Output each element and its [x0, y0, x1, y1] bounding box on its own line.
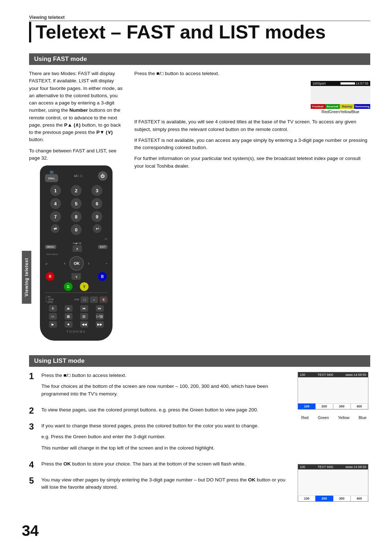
source-1-icon: ①I/II — [74, 298, 79, 301]
tv-s1-numbers: 100 200 300 400 — [298, 403, 368, 409]
btn-2[interactable]: 2 — [71, 185, 82, 196]
tv-screen-3: 100 TEXT M00 14:58:59 100 250 300 — [298, 464, 368, 502]
next-btn[interactable]: ⏭ — [96, 305, 104, 312]
btn-4[interactable]: 4 — [50, 198, 61, 209]
step-4: 4 Press the OK button to store your choi… — [29, 460, 290, 471]
btn-3[interactable]: 3 — [91, 185, 102, 196]
btn-swap[interactable]: ⇄ — [51, 224, 60, 233]
btn-back[interactable]: ↩ — [93, 224, 102, 233]
menu-button[interactable]: MENU — [45, 245, 56, 249]
btn-5[interactable]: 5 — [71, 198, 82, 209]
tv-s3-numbers: 100 250 300 400 — [298, 496, 368, 501]
pause-btn[interactable]: ⏸ — [49, 305, 57, 312]
label-s1-green: Green — [318, 415, 329, 420]
num-200: 200 — [315, 403, 333, 409]
fast-mode-header: Using FAST mode — [29, 53, 370, 65]
btn-7[interactable]: 7 — [50, 211, 61, 222]
tv-s3-ch: 100 — [300, 465, 305, 469]
color-labels-s1: Red Green Yellow Blue — [298, 415, 370, 420]
num-400: 400 — [351, 403, 368, 409]
tv-s1-mid: TEXT M00 — [318, 373, 333, 377]
pip-icon: ⊞ — [79, 242, 81, 245]
source-btn[interactable]: □ — [81, 296, 89, 303]
dvd-label: └ DVD — [45, 301, 54, 303]
btn-9[interactable]: 9 — [91, 211, 102, 222]
footer-racing: Racing — [340, 104, 354, 109]
btn-e8[interactable]: ▦ — [65, 313, 73, 320]
footer-baseball: Baseball — [325, 104, 340, 109]
page-number: 34 — [22, 522, 39, 539]
num-s3-300: 300 — [333, 496, 351, 501]
btn-1[interactable]: 1 — [50, 185, 61, 196]
label-s1-red: Red — [301, 415, 309, 420]
fast-right-text-4: For further information on your particul… — [134, 155, 370, 170]
fast-section: Using FAST mode There are two Modes: FAS… — [29, 53, 370, 341]
remote-control: 📺 CALL ≡/□ □ ⏻ 1 2 — [40, 165, 113, 341]
tv1-body — [311, 86, 370, 104]
fast-left-text-2: To change between FAST and LIST, see pag… — [29, 147, 123, 162]
tv-screen-step1: 100 TEXT M00 14:58:55 100 200 300 — [298, 372, 370, 420]
btn-play-ex[interactable]: ▷/▤ — [96, 313, 104, 320]
tv-s3-mid: TEXT M00 — [318, 465, 333, 469]
step-5-content: You may view other pages by simply enter… — [41, 476, 290, 495]
rew-btn[interactable]: ◀◀ — [80, 321, 88, 328]
color-labels-fast: Red Green Yellow Blue — [311, 109, 370, 115]
btn-8[interactable]: 8 — [71, 211, 82, 222]
btn-B[interactable]: B — [98, 272, 107, 281]
play-btn[interactable]: ▶ — [49, 321, 57, 328]
exit-button[interactable]: EXIT — [98, 245, 107, 249]
step-4-number: 4 — [29, 460, 38, 469]
vol-minus-icon: ⊿ — [45, 262, 48, 265]
label-yellow: Yellow — [340, 110, 351, 114]
footer-football: Football — [311, 104, 325, 109]
btn-G[interactable]: G — [64, 282, 73, 291]
label-blue: Blue — [351, 110, 359, 114]
number-change-text: This number will change in the top left … — [41, 444, 290, 452]
prev-btn[interactable]: ⏮ — [80, 305, 88, 312]
ff-btn[interactable]: ▶▶ — [96, 321, 104, 328]
vol-btn[interactable]: ♪ — [90, 296, 98, 303]
tv1-channel: 100 — [313, 82, 318, 85]
btn-6[interactable]: 6 — [91, 198, 102, 209]
list-icon: ≡/□ — [74, 174, 79, 178]
signal-bars — [340, 82, 355, 85]
left-arrow-button[interactable]: ‹ — [61, 259, 69, 267]
ok-button[interactable]: OK — [69, 256, 84, 271]
tv-screen-sport: 100 Sport 14:57:55 Football Baseball Rac… — [311, 81, 370, 115]
stop-btn[interactable]: ■ — [65, 321, 73, 328]
eject-btn[interactable]: ⏏ — [65, 305, 73, 312]
step-2-number: 2 — [29, 406, 38, 415]
step-3-text: If you want to change these stored pages… — [41, 422, 290, 430]
pa-up-button[interactable]: ∧ — [73, 245, 82, 252]
step-3-content: If you want to change these stored pages… — [41, 422, 290, 455]
num-s3-250-active: 250 — [315, 496, 333, 501]
brand-label: TOSHIBA — [45, 330, 107, 333]
step-5-text: You may view other pages by simply enter… — [41, 476, 290, 491]
hold-icon: H◀H — [73, 242, 78, 245]
tv-s1-time: 14:58:55 — [354, 373, 366, 377]
btn-0[interactable]: 0 — [71, 224, 82, 235]
fast-left-text-1: There are two Modes: FAST will display F… — [29, 70, 123, 144]
fast-right-text-2: If FASTEXT is available, you will see 4 … — [134, 118, 370, 133]
mute-btn[interactable]: 🔇 — [99, 296, 107, 303]
num-s3-100: 100 — [298, 496, 315, 501]
btn-Y[interactable]: Y — [80, 282, 89, 291]
right-arrow-button[interactable]: › — [85, 259, 93, 267]
list-steps: 1 Press the ■/□ button to access teletex… — [29, 372, 290, 507]
btn-e7[interactable]: ▭ — [49, 313, 57, 320]
tv-s3-time: 14:58:59 — [354, 465, 366, 469]
tv1-footer: Football Baseball Racing Swimming — [311, 104, 370, 109]
call-button[interactable]: CALL — [45, 174, 58, 182]
tv-s1-ch: 100 — [300, 373, 305, 377]
btn-R[interactable]: R — [46, 272, 54, 281]
btn-e9[interactable]: ▤ — [80, 313, 88, 320]
tv1-time: 14:57:55 — [356, 82, 368, 85]
step-1-detail: The four choices at the bottom of the sc… — [41, 383, 290, 398]
list-section: Using LIST mode 1 Press the ■/□ button t… — [29, 355, 370, 507]
num-s3-400: 400 — [351, 496, 368, 501]
power-button[interactable]: ⏻ — [98, 171, 107, 181]
label-s1-yellow: Yellow — [338, 415, 349, 420]
step-2-text: To view these pages, use the colored pro… — [41, 406, 290, 414]
pa-down-button[interactable]: ∨ — [72, 273, 81, 280]
step-3: 3 If you want to change these stored pag… — [29, 422, 290, 455]
